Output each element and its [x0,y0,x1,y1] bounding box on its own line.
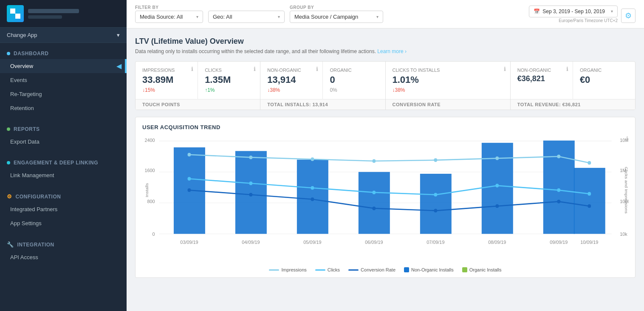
installs-group: ℹ Non-Organic 13,914 ↓38% Organic 0 0% T… [260,62,385,110]
legend-impressions: Impressions [269,267,306,272]
organic-legend-label: Organic Installs [469,267,502,272]
svg-point-39 [249,193,252,197]
svg-text:1600: 1600 [144,167,155,172]
svg-text:800: 800 [147,198,155,204]
sidebar-item-events[interactable]: Events [0,73,127,87]
sidebar-item-retargeting[interactable]: Re-Targeting [0,87,127,101]
app-info [28,9,120,19]
integration-icon: 🔧 [7,241,14,248]
svg-text:07/09/19: 07/09/19 [427,240,444,245]
non-organic-revenue-card: ℹ Non-Organic €36,821 [511,62,573,99]
svg-text:10k: 10k [620,231,627,236]
clicks-legend-label: Clicks [328,267,340,272]
sidebar-item-api-access[interactable]: API Access [0,250,127,264]
date-range-picker[interactable]: 📅 Sep 3, 2019 - Sep 10, 2019 ▾ [529,6,618,17]
group-by-label: GROUP BY [290,5,383,10]
svg-text:06/09/19: 06/09/19 [365,240,383,245]
sidebar-item-overview[interactable]: Overview ◀ [0,59,127,73]
stats-container: ℹ Impressions 33.89M ↓15% ℹ Clicks 1.35M… [135,61,636,110]
engagement-section-label: Engagement & Deep Linking [14,160,98,166]
non-organic-info-icon: ℹ [316,66,318,72]
date-range-value: Sep 3, 2019 - Sep 10, 2019 [542,8,605,14]
svg-point-33 [372,191,376,195]
svg-point-26 [434,158,437,162]
chart-legend: Impressions Clicks Conversion Rate Non-O… [142,267,628,272]
installs-footer: TOTAL INSTALLS: 13,914 [260,99,385,110]
app-name-placeholder [28,9,79,13]
svg-point-37 [588,192,591,196]
legend-conversion-rate: Conversion Rate [348,267,395,272]
group-by-chevron-icon: ▾ [376,14,378,19]
geo-filter[interactable]: Geo: All ▾ [208,11,285,23]
sidebar: Change App ▾ Dashboard Overview ◀ Events… [0,0,127,311]
settings-button[interactable]: ⚙ [621,8,636,23]
revenue-group: ℹ Non-Organic €36,821 Organic €0 TOTAL R… [511,62,635,110]
nav-section-integration: 🔧 Integration API Access [0,234,127,268]
svg-point-34 [434,193,437,197]
integration-section-label: Integration [17,242,54,248]
svg-point-28 [557,155,560,158]
impressions-info-icon: ℹ [191,66,193,72]
svg-point-31 [249,181,252,185]
clicks-value: 1.35M [205,74,253,85]
group-by-group: GROUP BY Media Source / Campaign ▾ [290,5,383,23]
svg-rect-15 [235,151,267,234]
impressions-change: ↓15% [142,87,191,93]
touch-points-inner: ℹ Impressions 33.89M ↓15% ℹ Clicks 1.35M… [136,62,260,110]
conversion-footer: CONVERSION RATE [386,99,510,110]
app-settings-label: App Settings [10,220,42,226]
app-logo-icon [10,8,20,19]
svg-text:08/09/19: 08/09/19 [488,240,506,245]
active-indicator-icon: ◀ [116,62,121,70]
touch-points-group: ℹ Impressions 33.89M ↓15% ℹ Clicks 1.35M… [136,62,260,110]
sidebar-header [0,0,127,28]
dashboard-dot [7,52,10,55]
legend-non-organic-installs: Non-Organic Installs [404,267,454,272]
impressions-value: 33.89M [142,74,191,85]
impressions-legend-color [269,269,279,271]
organic-value: 0 [330,74,378,85]
nav-section-header-integration: 🔧 Integration [0,237,127,250]
clicks-label: Clicks [205,68,253,73]
revenue-footer: TOTAL REVENUE: €36,821 [511,99,635,110]
organic-revenue-card: Organic €0 [573,62,635,99]
settings-sliders-icon: ⚙ [625,11,632,20]
change-app-label: Change App [7,32,37,38]
timezone-label: Europe/Paris Timezone UTC+2 [529,18,618,23]
svg-rect-16 [297,160,328,234]
revenue-cards: ℹ Non-Organic €36,821 Organic €0 [511,62,635,99]
nav-section-header-engagement: Engagement & Deep Linking [0,156,127,168]
group-by-filter[interactable]: Media Source / Campaign ▾ [290,11,383,23]
conversion-info-icon: ℹ [504,66,506,72]
geo-filter-spacer [208,5,285,10]
legend-clicks: Clicks [315,267,340,272]
nav-section-configuration: ⚙ Configuration Integrated Partners App … [0,186,127,234]
non-organic-change: ↓38% [267,87,316,93]
non-organic-installs-card: ℹ Non-Organic 13,914 ↓38% [260,62,323,99]
change-app-button[interactable]: Change App ▾ [0,28,127,43]
configuration-gear-icon: ⚙ [7,193,12,200]
sidebar-item-retention[interactable]: Retention [0,101,127,115]
svg-text:04/09/19: 04/09/19 [242,240,260,245]
integrated-partners-label: Integrated Partners [10,206,57,212]
learn-more-link[interactable]: Learn more › [377,48,407,54]
sidebar-item-app-settings[interactable]: App Settings [0,216,127,230]
non-organic-value: 13,914 [267,74,316,85]
media-source-filter[interactable]: Media Source: All ▾ [135,11,203,23]
svg-point-23 [249,156,252,159]
nav-section-dashboard: Dashboard Overview ◀ Events Re-Targeting… [0,43,127,119]
svg-point-45 [588,204,591,208]
sidebar-item-export-data[interactable]: Export Data [0,135,127,149]
sidebar-item-integrated-partners[interactable]: Integrated Partners [0,202,127,216]
svg-point-30 [188,177,191,181]
sidebar-item-link-management[interactable]: Link Management [0,168,127,182]
svg-point-25 [372,159,376,163]
organic-legend-color [462,267,467,272]
nav-section-reports: Reports Export Data [0,119,127,152]
content-area: LTV (Lifetime Value) Overview Data relat… [127,28,644,311]
svg-point-24 [311,157,314,161]
dashboard-section-label: Dashboard [14,51,49,57]
revenue-inner: ℹ Non-Organic €36,821 Organic €0 TOTAL R… [511,62,635,110]
clicks-to-installs-card: ℹ Clicks to Installs 1.01% ↓38% [386,62,510,99]
non-organic-label: Non-Organic [267,68,316,73]
